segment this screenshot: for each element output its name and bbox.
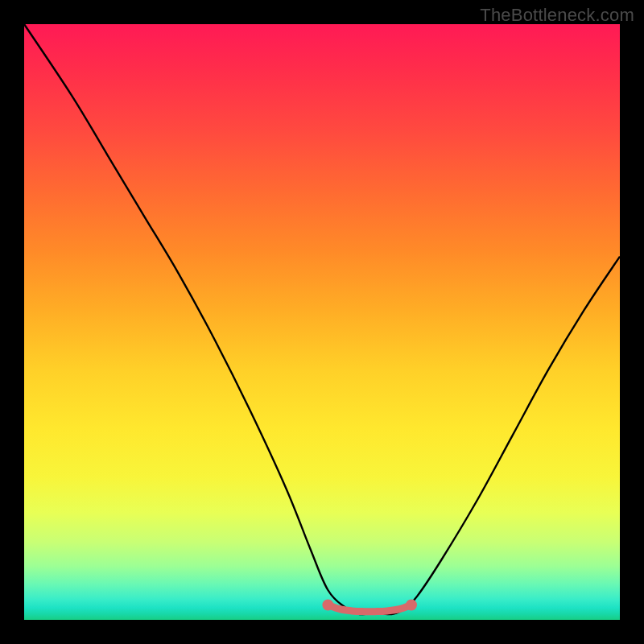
outer-frame: TheBottleneck.com <box>0 0 644 644</box>
gradient-plot-area <box>24 24 620 620</box>
flat-minimum-endpoint <box>322 600 333 611</box>
chart-svg <box>24 24 620 620</box>
curve-layer <box>24 24 620 614</box>
watermark-text: TheBottleneck.com <box>480 5 634 26</box>
flat-minimum-endpoint <box>406 600 417 611</box>
flat-minimum-path <box>328 605 411 612</box>
bottleneck-curve-path <box>24 24 620 614</box>
